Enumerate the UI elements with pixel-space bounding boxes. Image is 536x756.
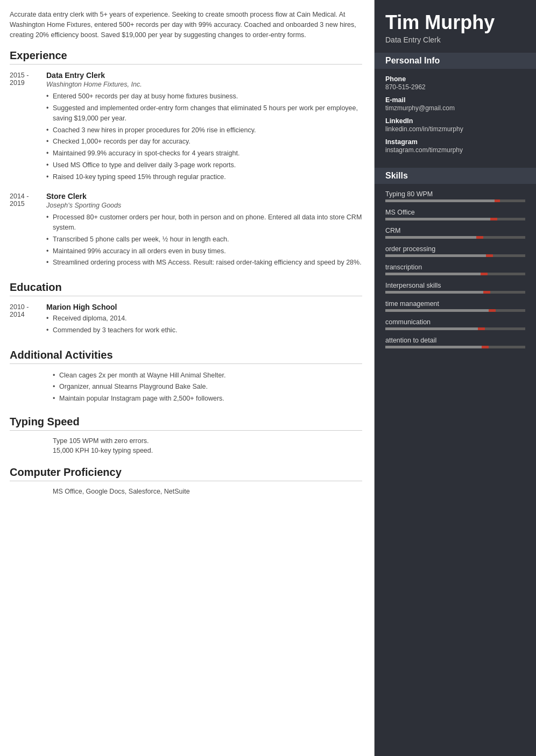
instagram-value: instagram.com/timzmurphy [385,146,525,154]
skill-item: MS Office [385,209,525,220]
skill-item: communication [385,318,525,330]
skills-section: Skills Typing 80 WPM MS Office CRM order… [375,168,536,363]
activities-title: Additional Activities [10,349,362,364]
skill-bar [385,218,525,220]
email-value: timzmurphy@gmail.com [385,104,525,112]
typing-item: 15,000 KPH 10-key typing speed. [53,447,362,454]
skill-name: attention to detail [385,337,525,344]
personal-info-section: Personal Info Phone 870-515-2962 E-mail … [375,53,536,168]
skill-name: transcription [385,263,525,271]
skill-bar [385,199,525,202]
education-section: Education 2010 -2014 Marion High School … [10,281,362,337]
skill-item: Interpersonal skills [385,282,525,294]
exp-bullet: Processed 80+ customer orders per hour, … [46,212,362,233]
skill-bar-fill [385,346,482,348]
typing-speed-title: Typing Speed [10,416,362,431]
computer-section: Computer Proficiency MS Office, Google D… [10,466,362,495]
experience-section: Experience 2015 -2019 Data Entry Clerk W… [10,49,362,269]
skill-name: CRM [385,227,525,234]
exp-job-title: Store Clerk [46,192,362,201]
edu-school: Marion High School [46,303,362,311]
exp-bullet: Suggested and implemented order-entry fo… [46,103,362,124]
experience-item: 2014 -2015 Store Clerk Joseph's Sporting… [10,192,362,269]
skill-bar-accent [489,309,496,312]
exp-details: Store Clerk Joseph's Sporting Goods Proc… [46,192,362,269]
education-title: Education [10,281,362,296]
skill-name: MS Office [385,209,525,216]
left-column: Accurate data entry clerk with 5+ years … [0,0,375,756]
typing-speed-section: Typing Speed Type 105 WPM with zero erro… [10,416,362,454]
skill-bar-accent [478,327,485,330]
activity-item: Clean cages 2x per month at Wayne Hill A… [53,370,362,381]
skill-name: Interpersonal skills [385,282,525,289]
phone-label: Phone [385,75,525,83]
skill-item: Typing 80 WPM [385,190,525,202]
linkedin-label: LinkedIn [385,117,525,125]
exp-bullet: Raised 10-key typing speed 15% through r… [46,172,362,182]
skill-bar [385,236,525,239]
skill-bar-accent [476,236,483,239]
computer-title: Computer Proficiency [10,466,362,481]
exp-company: Washington Home Fixtures, Inc. [46,81,362,88]
name-block: Tim Murphy Data Entry Clerk [375,0,536,53]
skill-bar-accent [495,199,500,202]
exp-company: Joseph's Sporting Goods [46,202,362,209]
exp-bullet: Maintained 99% accuracy in all orders ev… [46,246,362,256]
skill-bar-fill [385,254,486,257]
exp-bullets: Processed 80+ customer orders per hour, … [46,212,362,268]
skill-item: transcription [385,263,525,275]
skill-bar-accent [481,273,488,275]
exp-details: Data Entry Clerk Washington Home Fixture… [46,71,362,183]
skill-bar-fill [385,309,489,312]
candidate-name: Tim Murphy [385,12,525,33]
skill-bar-accent [486,254,493,257]
exp-dates: 2015 -2019 [10,71,46,183]
exp-job-title: Data Entry Clerk [46,71,362,80]
typing-item: Type 105 WPM with zero errors. [53,437,362,445]
skill-bar [385,346,525,348]
exp-bullet: Transcribed 5 phone calls per week, ½ ho… [46,234,362,245]
phone-value: 870-515-2962 [385,83,525,91]
skill-bar-fill [385,218,490,220]
skill-bar [385,254,525,257]
skill-item: time management [385,300,525,312]
instagram-label: Instagram [385,138,525,146]
skill-name: communication [385,318,525,326]
exp-bullet: Checked 1,000+ records per day for accur… [46,137,362,147]
email-label: E-mail [385,96,525,104]
exp-bullets: Entered 500+ records per day at busy hom… [46,91,362,182]
experience-title: Experience [10,49,362,65]
skill-bar-fill [385,327,478,330]
skill-bar-fill [385,291,483,294]
edu-details: Marion High School Received diploma, 201… [46,303,362,337]
exp-bullet: Used MS Office to type and deliver daily… [46,160,362,170]
right-column: Tim Murphy Data Entry Clerk Personal Inf… [375,0,536,756]
edu-dates: 2010 -2014 [10,303,46,337]
skill-bar-accent [490,218,497,220]
edu-bullet: Received diploma, 2014. [46,313,362,324]
skill-item: order processing [385,245,525,257]
skills-title: Skills [375,168,536,184]
candidate-title: Data Entry Clerk [385,35,525,44]
exp-dates: 2014 -2015 [10,192,46,269]
skill-bar [385,309,525,312]
summary-text: Accurate data entry clerk with 5+ years … [10,10,362,40]
computer-text: MS Office, Google Docs, Salesforce, NetS… [53,488,362,495]
edu-bullet: Commended by 3 teachers for work ethic. [46,325,362,336]
linkedin-value: linkedin.com/in/timzmurphy [385,125,525,133]
skill-bar-fill [385,199,495,202]
skill-item: attention to detail [385,337,525,348]
activity-item: Maintain popular Instagram page with 2,5… [53,394,362,404]
skill-bar [385,291,525,294]
exp-bullet: Streamlined ordering process with MS Acc… [46,258,362,268]
personal-info-title: Personal Info [375,53,536,69]
activities-section: Additional Activities Clean cages 2x per… [10,349,362,404]
edu-bullets: Received diploma, 2014.Commended by 3 te… [46,313,362,336]
skill-bar-accent [483,291,490,294]
experience-item: 2015 -2019 Data Entry Clerk Washington H… [10,71,362,183]
exp-bullet: Coached 3 new hires in proper procedures… [46,125,362,135]
skill-name: time management [385,300,525,308]
exp-bullet: Entered 500+ records per day at busy hom… [46,91,362,102]
skill-bar-fill [385,236,476,239]
skill-bar [385,327,525,330]
